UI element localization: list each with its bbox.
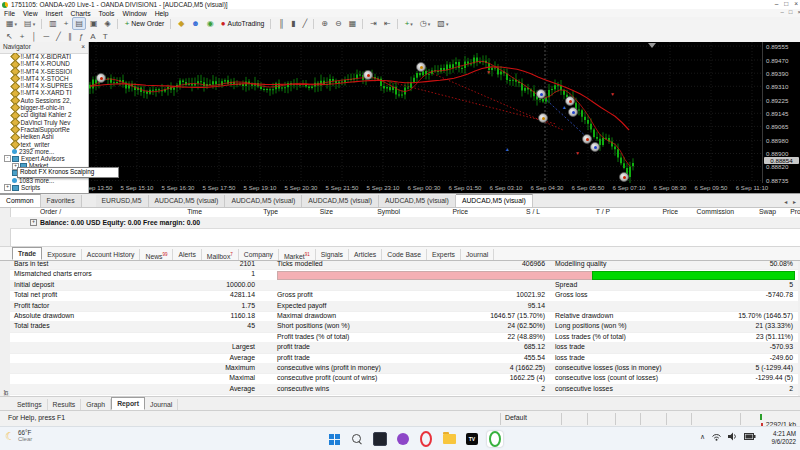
tile-windows-button[interactable]: ▦ [346,17,360,30]
taskbar-app-dark-app[interactable] [372,431,388,447]
column-header[interactable]: Price [663,208,679,215]
taskbar-app-purple-app[interactable] [395,431,411,447]
taskbar-app-green-o-app[interactable] [487,431,503,447]
expand-icon[interactable]: + [30,219,37,226]
column-header[interactable]: Symbol [377,208,400,215]
metaquotes-button[interactable]: ◆ [175,17,187,30]
tester-tab-journal[interactable]: Journal [145,399,178,410]
navigator-item[interactable]: !!-MT4 X-ROUND [0,60,88,67]
navigator-button[interactable]: ▤ [72,17,86,30]
terminal-tab-trade[interactable]: Trade [12,247,42,260]
wifi-icon[interactable] [711,432,722,441]
navigator-item[interactable]: Heiken Ashi [0,133,88,140]
zoom-in-button[interactable]: ⊕ [318,17,331,30]
menu-tools[interactable]: Tools [99,10,115,17]
time-scale[interactable]: 5 Sep 13:505 Sep 15:105 Sep 16:305 Sep 1… [88,183,800,193]
menu-file[interactable]: File [4,10,15,17]
news-button[interactable]: ◉ [204,17,217,30]
status-profile[interactable]: Default [505,414,527,421]
column-header[interactable]: Size [320,208,333,215]
trendline-button[interactable]: ╱ [53,30,64,43]
navigator-item[interactable]: -Expert Advisors [0,155,88,162]
terminal-tab-news[interactable]: News99 [140,249,173,260]
navigator-item[interactable]: cci digital Kahler 2 [0,111,88,118]
terminal-tab-mailbox[interactable]: Mailbox7 [202,249,239,260]
profiles-button[interactable]: ▤▾ [21,17,38,30]
menu-help[interactable]: Help [155,10,169,17]
terminal-button[interactable]: ▣ [87,17,101,30]
navigator-item[interactable]: !!-MT4 X-BIDRATI [0,53,88,60]
column-header[interactable]: Time [187,208,202,215]
market-watch-button[interactable]: ▥ [46,17,60,30]
new-order-button[interactable]: +New Order [122,17,168,30]
tree-expander-icon[interactable]: + [4,184,11,191]
autotrading-button[interactable]: ●AutoTrading [218,17,268,30]
line-chart-button[interactable]: ╱ [299,17,310,30]
auto-scroll-button[interactable]: ⇥ [367,17,380,30]
taskbar-app-folder[interactable] [441,431,457,447]
navigator-item[interactable]: !!-MT4 X-STOCH [0,75,88,82]
nav-tab-common[interactable]: Common [0,194,41,207]
child-restore-button[interactable]: □ [789,9,793,15]
volume-icon[interactable] [728,432,738,441]
chart-tab[interactable]: AUDCAD,M5 (visual) [302,195,379,207]
child-minimize-button[interactable]: ‒ [781,9,784,15]
navigator-close-icon[interactable]: × [81,43,85,53]
navigator-item[interactable]: +Scripts [0,184,88,191]
terminal-tab-alerts[interactable]: Alerts [173,249,201,260]
terminal-tab-signals[interactable]: Signals [316,249,349,260]
chart-tab[interactable]: AUDCAD,M5 (visual) [456,194,533,207]
terminal-tab-account-history[interactable]: Account History [82,249,141,260]
chart-tab[interactable]: EURUSD,M5 [96,195,149,207]
channel-button[interactable]: ∥ [65,30,75,43]
terminal-tab-code-base[interactable]: Code Base [382,249,427,260]
column-header[interactable]: Order / [40,208,61,215]
periods-button[interactable]: ◷▾ [417,17,434,30]
battery-icon[interactable] [744,433,756,440]
tester-tab-settings[interactable]: Settings [12,399,48,410]
taskbar-app-start[interactable] [326,431,342,447]
taskbar-app-tv-app[interactable]: TV [464,431,480,447]
tester-tab-graph[interactable]: Graph [81,399,111,410]
tester-tab-results[interactable]: Results [48,399,82,410]
column-header[interactable]: Commission [697,208,734,215]
bar-chart-button[interactable]: ║ [275,17,287,30]
navigator-item[interactable]: !!-MT4 X-XARD TI [0,89,88,96]
tree-expander-icon[interactable]: - [4,155,11,162]
vertical-line-button[interactable]: │ [28,30,39,43]
navigator-item[interactable]: bigger-tf-ohlc-in [0,104,88,111]
templates-button[interactable]: ▧▾ [434,17,451,30]
taskbar-app-search[interactable] [349,431,365,447]
column-header[interactable]: Swap [759,208,776,215]
data-window-button[interactable]: + [61,17,72,30]
nav-tab-favorites[interactable]: Favorites [41,195,82,207]
terminal-tab-experts[interactable]: Experts [427,249,461,260]
cursor-button[interactable]: ↖ [3,30,16,43]
tester-tab-report[interactable]: Report [111,397,145,410]
strategy-tester-button[interactable]: ◈ [102,17,114,30]
new-chart-button[interactable]: ▦▾ [3,17,20,30]
column-header[interactable]: S / L [526,208,540,215]
column-header[interactable]: Profit [790,208,800,215]
taskbar-weather[interactable]: ☾ 66°F Clear [5,429,32,443]
column-header[interactable]: T / P [596,208,610,215]
price-scale[interactable]: 0.895550.894700.893900.893100.892250.891… [762,42,800,183]
fibonacci-button[interactable]: ƒ [76,30,86,43]
menu-window[interactable]: Window [122,10,146,17]
crosshair-button[interactable]: + [17,30,28,43]
chart-tab[interactable]: AUDCAD,M5 (visual) [225,195,302,207]
navigator-item[interactable]: text_writer [0,141,88,148]
navigator-item[interactable]: !!-MT4 X-SUPRES [0,82,88,89]
terminal-tab-market[interactable]: Market91 [279,249,316,260]
minimize-button[interactable]: ‒ [775,0,779,7]
maximize-button[interactable]: □ [784,0,788,7]
terminal-tab-exposure[interactable]: Exposure [42,249,82,260]
candlestick-chart-button[interactable]: ▮ [288,17,298,30]
close-button[interactable]: × [794,0,798,7]
menu-charts[interactable]: Charts [71,10,91,17]
navigator-item[interactable]: 2392 more... [0,148,88,155]
navigator-item[interactable]: FractalSupportRe [0,126,88,133]
chart-shift-button[interactable]: ⇤ [381,17,394,30]
tab-scroll-arrows[interactable]: ◂ ▸ [784,198,798,205]
menu-view[interactable]: View [23,10,38,17]
